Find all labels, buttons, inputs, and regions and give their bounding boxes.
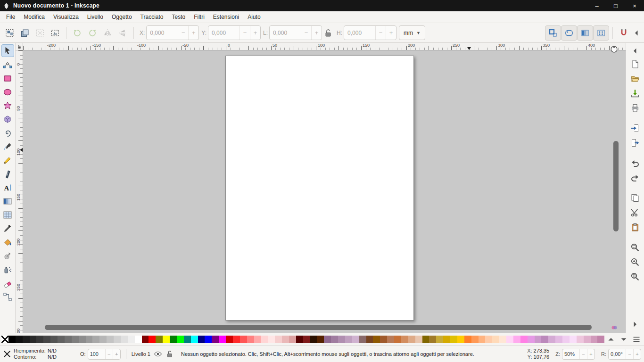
calligraphy-tool[interactable] <box>1 167 14 180</box>
palette-swatch[interactable] <box>310 336 317 343</box>
vertical-scrollbar[interactable] <box>613 141 619 231</box>
y-minus-stepper[interactable]: − <box>239 26 250 40</box>
snap-toggle[interactable] <box>616 26 631 40</box>
select-all-layers-button[interactable] <box>17 26 33 40</box>
palette-scroll-up-button[interactable] <box>605 335 617 344</box>
height-field[interactable]: 0,000 − + <box>344 25 396 40</box>
palette-swatch[interactable] <box>121 336 128 343</box>
commands-collapse-button[interactable] <box>628 46 642 56</box>
palette-swatch[interactable] <box>219 336 226 343</box>
y-field[interactable]: 0,000 − + <box>208 25 261 40</box>
palette-swatch[interactable] <box>99 336 107 343</box>
y-field-value[interactable]: 0,000 <box>208 30 239 36</box>
canvas[interactable] <box>23 50 626 333</box>
menu-tracciato[interactable]: Tracciato <box>136 12 168 22</box>
palette-swatch[interactable] <box>72 336 79 343</box>
palette-swatch[interactable] <box>58 336 65 343</box>
opacity-field[interactable]: 100 − + <box>88 349 121 360</box>
palette-swatch[interactable] <box>268 336 275 343</box>
palette-swatch[interactable] <box>464 336 471 343</box>
palette-swatch[interactable] <box>289 336 296 343</box>
palette-scroll-down-button[interactable] <box>618 335 630 344</box>
spray-tool[interactable] <box>1 263 14 276</box>
deselect-button[interactable] <box>33 26 48 40</box>
flip-vertical-button[interactable] <box>115 26 130 40</box>
palette-swatch[interactable] <box>422 336 429 343</box>
scale-corners-toggle[interactable] <box>561 25 577 41</box>
palette-swatch[interactable] <box>317 336 324 343</box>
palette-swatch[interactable] <box>205 336 212 343</box>
palette-swatch[interactable] <box>324 336 331 343</box>
rotation-plus-stepper[interactable]: + <box>633 349 641 359</box>
menu-visualizza[interactable]: Visualizza <box>49 12 83 22</box>
palette-swatch[interactable] <box>338 336 345 343</box>
palette-swatch[interactable] <box>170 336 177 343</box>
palette-swatch[interactable] <box>584 336 591 343</box>
palette-swatch[interactable] <box>86 336 93 343</box>
duplicate-button[interactable] <box>628 191 642 205</box>
palette-swatch[interactable] <box>577 336 584 343</box>
dropper-tool[interactable] <box>1 222 14 235</box>
color-management-icon[interactable] <box>611 324 618 331</box>
palette-swatch[interactable] <box>156 336 163 343</box>
zoom-drawing-button[interactable] <box>628 255 642 269</box>
palette-swatch[interactable] <box>352 336 359 343</box>
palette-swatch[interactable] <box>548 336 555 343</box>
spiral-tool[interactable] <box>1 126 14 139</box>
palette-menu-button[interactable] <box>630 335 643 344</box>
node-tool[interactable] <box>1 58 14 71</box>
palette-swatch[interactable] <box>135 336 142 343</box>
palette-swatch[interactable] <box>36 336 43 343</box>
palette-swatch[interactable] <box>275 336 282 343</box>
redo-button[interactable] <box>628 171 642 184</box>
palette-swatch[interactable] <box>408 336 415 343</box>
palette-swatch[interactable] <box>92 336 99 343</box>
palette-swatch[interactable] <box>506 336 513 343</box>
palette-swatch[interactable] <box>380 336 387 343</box>
select-all-button[interactable] <box>2 26 17 40</box>
star-tool[interactable] <box>1 99 14 112</box>
palette-swatch[interactable] <box>198 336 205 343</box>
vertical-ruler[interactable]: 050100150200250300 <box>16 50 23 333</box>
palette-swatch[interactable] <box>240 336 247 343</box>
menu-estensioni[interactable]: Estensioni <box>209 12 243 22</box>
width-minus-stepper[interactable]: − <box>301 26 311 40</box>
bucket-tool[interactable] <box>1 236 14 248</box>
rotate-ccw-button[interactable] <box>70 26 85 40</box>
palette-swatch[interactable] <box>331 336 338 343</box>
move-gradients-toggle[interactable] <box>577 25 593 41</box>
height-field-value[interactable]: 0,000 <box>344 30 375 36</box>
palette-swatch[interactable] <box>303 336 310 343</box>
commands-expand-button[interactable] <box>628 317 642 331</box>
selection-box-button[interactable] <box>48 26 63 40</box>
palette-swatch[interactable] <box>450 336 457 343</box>
layer-lock-icon[interactable] <box>165 350 174 358</box>
palette-swatch[interactable] <box>177 336 184 343</box>
palette-swatch[interactable] <box>457 336 464 343</box>
zoom-value[interactable]: 50% <box>562 351 579 357</box>
rotate-cw-button[interactable] <box>85 26 100 40</box>
eraser-tool[interactable] <box>1 277 14 289</box>
palette-swatch[interactable] <box>114 336 121 343</box>
gradient-tool[interactable] <box>1 195 14 207</box>
opacity-value[interactable]: 100 <box>88 351 105 357</box>
palette-swatch[interactable] <box>16 336 23 343</box>
document-page[interactable] <box>225 56 414 321</box>
palette-swatch[interactable] <box>261 336 268 343</box>
palette-swatch[interactable] <box>345 336 352 343</box>
palette-swatch[interactable] <box>443 336 450 343</box>
menu-filtri[interactable]: Filtri <box>190 12 209 22</box>
palette-swatch[interactable] <box>479 336 486 343</box>
palette-swatch[interactable] <box>23 336 30 343</box>
minimize-button[interactable]: – <box>587 0 606 11</box>
width-field[interactable]: 0,000 − + <box>269 25 322 40</box>
palette-swatch[interactable] <box>107 336 114 343</box>
pencil-tool[interactable] <box>1 154 14 166</box>
fill-stroke-indicator[interactable]: Riempimento: N/D Contorno: N/D <box>14 348 74 360</box>
x-field[interactable]: 0,000 − + <box>146 25 199 40</box>
palette-swatch[interactable] <box>30 336 37 343</box>
horizontal-ruler[interactable]: -200-150-100-50050100150200250300350400 <box>23 43 626 50</box>
close-button[interactable]: × <box>625 0 644 11</box>
palette-swatch[interactable] <box>8 336 16 343</box>
x-field-value[interactable]: 0,000 <box>147 30 178 36</box>
